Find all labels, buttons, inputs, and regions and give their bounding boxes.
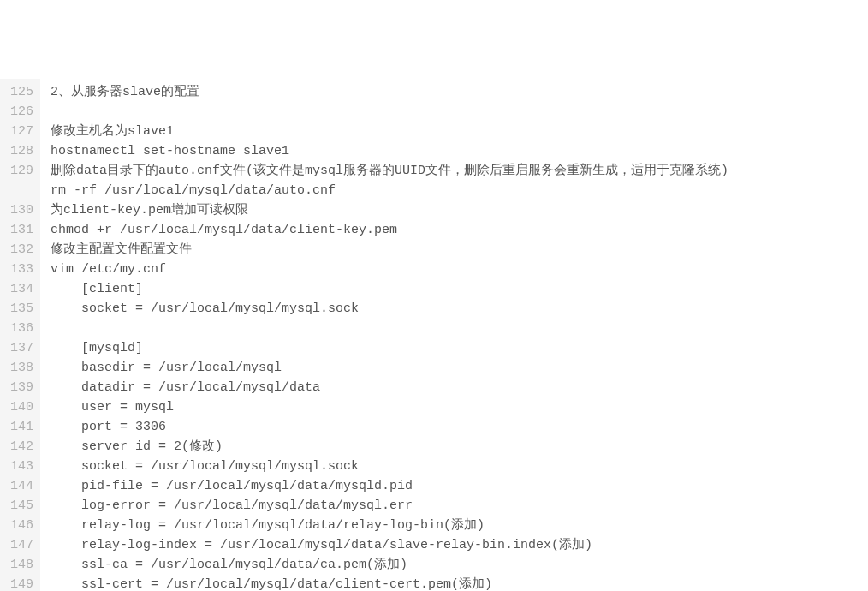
code-line[interactable]: datadir = /usr/local/mysql/data [51, 378, 868, 397]
code-line[interactable]: user = mysql [51, 397, 868, 417]
code-line[interactable]: chmod +r /usr/local/mysql/data/client-ke… [51, 220, 868, 240]
code-editor[interactable]: 1251261271281291301311321331341351361371… [0, 79, 868, 591]
code-line[interactable]: [mysqld] [51, 338, 868, 358]
line-number: 147 [10, 535, 33, 555]
code-line[interactable]: vim /etc/my.cnf [51, 260, 868, 279]
line-number: 135 [10, 299, 33, 319]
code-line[interactable]: 修改主配置文件配置文件 [51, 240, 868, 260]
line-number: 146 [10, 516, 33, 535]
code-line[interactable]: log-error = /usr/local/mysql/data/mysql.… [51, 496, 868, 516]
line-number: 149 [10, 575, 33, 591]
code-line[interactable] [51, 102, 868, 122]
line-number: 131 [10, 220, 33, 240]
code-line[interactable]: port = 3306 [51, 417, 868, 437]
line-number: 148 [10, 555, 33, 575]
code-line[interactable]: relay-log = /usr/local/mysql/data/relay-… [51, 516, 868, 535]
code-line[interactable]: pid-file = /usr/local/mysql/data/mysqld.… [51, 476, 868, 496]
code-line[interactable]: 为client-key.pem增加可读权限 [51, 200, 868, 220]
code-area[interactable]: 2、从服务器slave的配置修改主机名为slave1hostnamectl se… [40, 79, 868, 591]
line-number: 130 [10, 200, 33, 220]
line-number: 129 [10, 161, 33, 200]
line-number: 145 [10, 496, 33, 516]
code-line[interactable]: ssl-ca = /usr/local/mysql/data/ca.pem(添加… [51, 555, 868, 575]
line-number: 127 [10, 122, 33, 141]
code-line[interactable]: rm -rf /usr/local/mysql/data/auto.cnf [51, 181, 868, 200]
line-number: 141 [10, 417, 33, 437]
line-number: 140 [10, 397, 33, 417]
code-line[interactable] [51, 319, 868, 338]
code-line[interactable]: 删除data目录下的auto.cnf文件(该文件是mysql服务器的UUID文件… [51, 161, 868, 181]
code-line[interactable]: socket = /usr/local/mysql/mysql.sock [51, 299, 868, 319]
code-line[interactable]: basedir = /usr/local/mysql [51, 358, 868, 378]
line-number: 142 [10, 437, 33, 457]
code-line[interactable]: [client] [51, 279, 868, 299]
line-number: 128 [10, 141, 33, 161]
line-number-gutter: 1251261271281291301311321331341351361371… [0, 79, 40, 591]
code-line[interactable]: server_id = 2(修改) [51, 437, 868, 457]
line-number: 126 [10, 102, 33, 122]
line-number: 125 [10, 82, 33, 102]
code-line[interactable]: ssl-cert = /usr/local/mysql/data/client-… [51, 575, 868, 591]
line-number: 137 [10, 338, 33, 358]
line-number: 139 [10, 378, 33, 397]
line-number: 138 [10, 358, 33, 378]
line-number: 144 [10, 476, 33, 496]
code-line[interactable]: relay-log-index = /usr/local/mysql/data/… [51, 535, 868, 555]
line-number: 133 [10, 260, 33, 279]
code-line[interactable]: socket = /usr/local/mysql/mysql.sock [51, 457, 868, 476]
line-number: 134 [10, 279, 33, 299]
line-number: 143 [10, 457, 33, 476]
code-line[interactable]: 2、从服务器slave的配置 [51, 82, 868, 102]
line-number: 136 [10, 319, 33, 338]
code-line[interactable]: 修改主机名为slave1 [51, 122, 868, 141]
code-line[interactable]: hostnamectl set-hostname slave1 [51, 141, 868, 161]
line-number: 132 [10, 240, 33, 260]
